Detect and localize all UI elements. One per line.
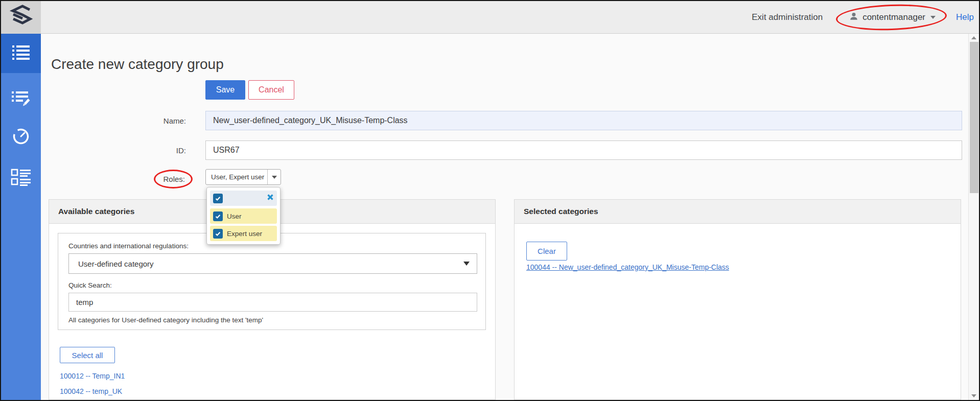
id-field[interactable]	[205, 140, 962, 160]
country-filter-value: User-defined category	[69, 260, 456, 268]
quick-search-label: Quick Search:	[68, 281, 475, 289]
sidebar-item-schedule[interactable]	[1, 122, 41, 153]
clock-gauge-icon	[12, 128, 30, 147]
roles-dropdown-panel: User Expert user	[206, 187, 281, 245]
sidebar-item-edit-lists[interactable]	[1, 85, 41, 114]
page-title: Create new category group	[51, 56, 224, 73]
panel-header: Selected categories	[515, 200, 961, 224]
top-bar-actions: Exit administration contentmanager Help	[752, 1, 974, 34]
search-hint-text: All categories for User-defined category…	[68, 316, 475, 324]
panel-title: Available categories	[58, 207, 134, 216]
brand-s-icon	[8, 3, 34, 32]
top-bar: Exit administration contentmanager Help	[1, 1, 979, 34]
chevron-down-icon	[272, 176, 277, 179]
list-icon	[12, 45, 30, 62]
selected-categories-panel: Selected categories Clear 100044 -- New_…	[514, 199, 961, 400]
app-logo[interactable]	[1, 1, 41, 34]
clear-button[interactable]: Clear	[526, 242, 567, 261]
category-filter-box: Countries and international regulations:…	[58, 233, 486, 330]
roles-multiselect[interactable]: User, Expert user	[205, 169, 281, 185]
panel-title: Selected categories	[524, 207, 598, 216]
exit-administration-link[interactable]: Exit administration	[752, 12, 823, 22]
save-button[interactable]: Save	[205, 80, 245, 100]
selected-category-link[interactable]: 100044 -- New_user-defined_category_UK_M…	[526, 263, 729, 271]
chevron-down-icon	[463, 262, 470, 266]
select-caret-zone	[456, 262, 477, 266]
user-icon	[849, 12, 858, 23]
scroll-up-arrow-icon[interactable]	[971, 36, 976, 39]
roles-option-expert-user[interactable]: Expert user	[210, 226, 277, 241]
roles-option-user[interactable]: User	[210, 208, 277, 224]
name-field[interactable]	[205, 111, 962, 130]
category-link[interactable]: 100042 -- temp_UK	[60, 387, 122, 395]
sidebar-item-category-groups[interactable]	[1, 34, 41, 73]
quick-search-input[interactable]	[68, 293, 477, 312]
help-link[interactable]: Help	[956, 12, 974, 22]
sidebar	[1, 34, 41, 400]
user-menu[interactable]: contentmanager	[844, 9, 941, 26]
roles-option-label: Expert user	[227, 230, 262, 238]
sidebar-item-content-blocks[interactable]	[1, 162, 41, 194]
cancel-button[interactable]: Cancel	[248, 80, 294, 100]
vertical-scrollbar[interactable]	[968, 34, 979, 400]
card-list-icon	[11, 169, 31, 188]
user-name: contentmanager	[862, 12, 925, 22]
name-label: Name:	[120, 116, 186, 125]
id-label: ID:	[120, 146, 186, 155]
checkbox-checked-icon[interactable]	[213, 194, 223, 203]
scroll-down-arrow-icon[interactable]	[971, 394, 976, 397]
list-edit-icon	[12, 91, 30, 108]
scrollbar-thumb[interactable]	[970, 42, 978, 193]
select-all-button[interactable]: Select all	[60, 347, 115, 363]
app-window: Exit administration contentmanager Help	[0, 0, 980, 401]
roles-option-label: User	[227, 213, 242, 220]
chevron-down-icon	[930, 16, 936, 19]
roles-selected-value: User, Expert user	[206, 173, 267, 181]
country-filter-select[interactable]: User-defined category	[68, 253, 477, 274]
checkbox-checked-icon[interactable]	[213, 229, 223, 239]
category-link[interactable]: 100012 -- Temp_IN1	[60, 372, 125, 380]
roles-select-all-row[interactable]	[210, 191, 277, 206]
checkbox-checked-icon[interactable]	[213, 211, 223, 221]
roles-dropdown-toggle[interactable]	[267, 170, 281, 184]
roles-label: Roles:	[120, 175, 185, 183]
close-icon[interactable]	[267, 194, 274, 203]
